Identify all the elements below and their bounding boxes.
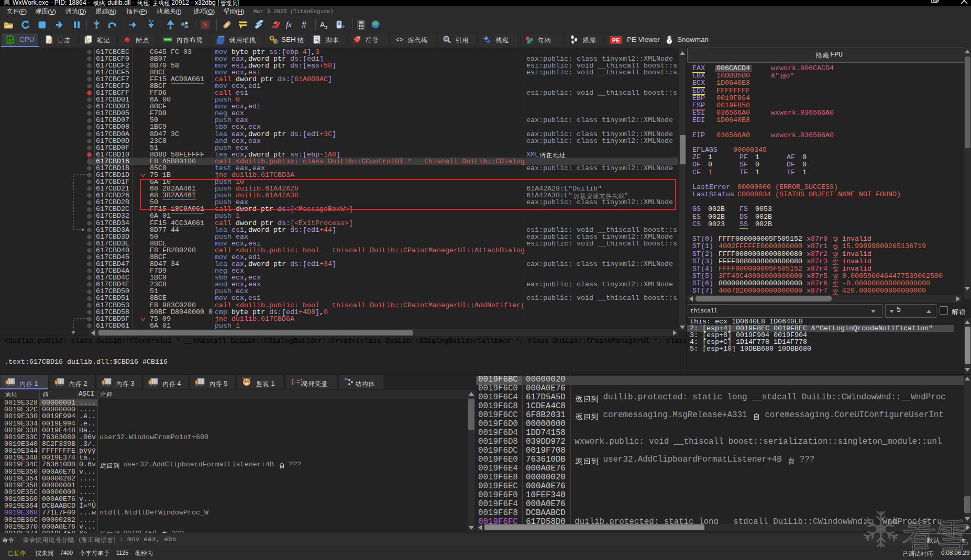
svg-text:<>: <> xyxy=(395,36,404,44)
svg-text:x: x xyxy=(293,378,296,385)
svg-text:?: ? xyxy=(273,39,277,44)
svg-text:A: A xyxy=(320,20,325,29)
svg-text:fx: fx xyxy=(286,20,292,29)
svg-text:32: 32 xyxy=(8,38,13,42)
svg-text:S: S xyxy=(203,21,207,29)
svg-text:PE: PE xyxy=(612,37,620,43)
svg-text:z: z xyxy=(325,25,328,30)
svg-text:#: # xyxy=(302,20,306,29)
